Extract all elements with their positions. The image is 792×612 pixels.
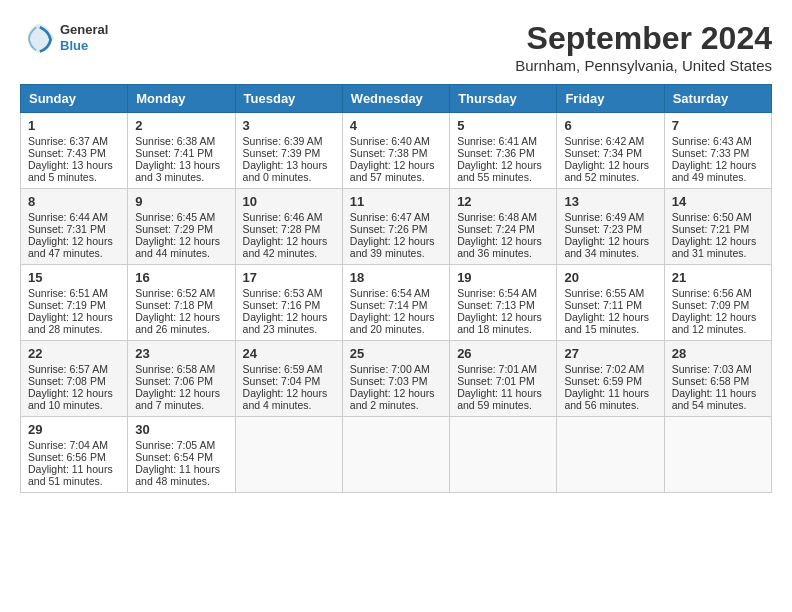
day-number: 1 xyxy=(28,118,120,133)
day-info-line: Sunrise: 6:52 AM xyxy=(135,287,227,299)
day-info-line: Daylight: 12 hours xyxy=(457,159,549,171)
day-info-line: Sunset: 7:06 PM xyxy=(135,375,227,387)
calendar-cell: 2Sunrise: 6:38 AMSunset: 7:41 PMDaylight… xyxy=(128,113,235,189)
day-info-line: and 12 minutes. xyxy=(672,323,764,335)
day-info-line: Daylight: 12 hours xyxy=(564,311,656,323)
day-info-line: and 4 minutes. xyxy=(243,399,335,411)
day-info-line: Sunset: 7:23 PM xyxy=(564,223,656,235)
day-info-line: Daylight: 11 hours xyxy=(564,387,656,399)
day-info-line: Sunrise: 7:01 AM xyxy=(457,363,549,375)
calendar-week-2: 8Sunrise: 6:44 AMSunset: 7:31 PMDaylight… xyxy=(21,189,772,265)
day-info-line: and 47 minutes. xyxy=(28,247,120,259)
day-number: 10 xyxy=(243,194,335,209)
day-info-line: and 23 minutes. xyxy=(243,323,335,335)
day-info-line: Daylight: 12 hours xyxy=(28,235,120,247)
logo-line2: Blue xyxy=(60,38,108,54)
day-info-line: Sunset: 7:18 PM xyxy=(135,299,227,311)
day-info-line: Sunrise: 6:53 AM xyxy=(243,287,335,299)
day-info-line: Sunrise: 6:57 AM xyxy=(28,363,120,375)
calendar-cell: 27Sunrise: 7:02 AMSunset: 6:59 PMDayligh… xyxy=(557,341,664,417)
day-info-line: Sunrise: 7:05 AM xyxy=(135,439,227,451)
calendar-week-5: 29Sunrise: 7:04 AMSunset: 6:56 PMDayligh… xyxy=(21,417,772,493)
day-number: 26 xyxy=(457,346,549,361)
calendar-week-1: 1Sunrise: 6:37 AMSunset: 7:43 PMDaylight… xyxy=(21,113,772,189)
day-info-line: Sunset: 7:33 PM xyxy=(672,147,764,159)
calendar-cell xyxy=(235,417,342,493)
day-info-line: Daylight: 12 hours xyxy=(243,235,335,247)
day-info-line: Sunrise: 6:37 AM xyxy=(28,135,120,147)
day-info-line: Sunset: 7:11 PM xyxy=(564,299,656,311)
calendar-cell xyxy=(557,417,664,493)
day-info-line: and 2 minutes. xyxy=(350,399,442,411)
day-info-line: Daylight: 12 hours xyxy=(457,235,549,247)
day-number: 8 xyxy=(28,194,120,209)
day-info-line: Sunrise: 6:44 AM xyxy=(28,211,120,223)
day-number: 15 xyxy=(28,270,120,285)
calendar-cell: 10Sunrise: 6:46 AMSunset: 7:28 PMDayligh… xyxy=(235,189,342,265)
day-info-line: and 57 minutes. xyxy=(350,171,442,183)
title-block: September 2024 Burnham, Pennsylvania, Un… xyxy=(515,20,772,74)
day-info-line: Daylight: 12 hours xyxy=(564,235,656,247)
day-info-line: Daylight: 12 hours xyxy=(135,311,227,323)
day-info-line: Sunrise: 6:48 AM xyxy=(457,211,549,223)
day-info-line: Sunset: 7:21 PM xyxy=(672,223,764,235)
calendar-cell: 17Sunrise: 6:53 AMSunset: 7:16 PMDayligh… xyxy=(235,265,342,341)
day-info-line: Sunset: 7:08 PM xyxy=(28,375,120,387)
day-info-line: Sunset: 7:09 PM xyxy=(672,299,764,311)
day-info-line: Sunset: 7:38 PM xyxy=(350,147,442,159)
day-info-line: Sunrise: 6:55 AM xyxy=(564,287,656,299)
logo-icon xyxy=(20,20,56,56)
day-info-line: and 52 minutes. xyxy=(564,171,656,183)
calendar-cell xyxy=(450,417,557,493)
day-number: 4 xyxy=(350,118,442,133)
day-info-line: and 10 minutes. xyxy=(28,399,120,411)
calendar-cell: 14Sunrise: 6:50 AMSunset: 7:21 PMDayligh… xyxy=(664,189,771,265)
day-info-line: Daylight: 12 hours xyxy=(350,235,442,247)
day-number: 9 xyxy=(135,194,227,209)
day-info-line: Sunset: 7:24 PM xyxy=(457,223,549,235)
weekday-header-wednesday: Wednesday xyxy=(342,85,449,113)
calendar-cell: 8Sunrise: 6:44 AMSunset: 7:31 PMDaylight… xyxy=(21,189,128,265)
day-info-line: Daylight: 11 hours xyxy=(672,387,764,399)
day-info-line: and 3 minutes. xyxy=(135,171,227,183)
calendar-cell: 30Sunrise: 7:05 AMSunset: 6:54 PMDayligh… xyxy=(128,417,235,493)
day-number: 24 xyxy=(243,346,335,361)
day-info-line: Sunset: 6:59 PM xyxy=(564,375,656,387)
day-info-line: Sunset: 7:01 PM xyxy=(457,375,549,387)
day-info-line: and 20 minutes. xyxy=(350,323,442,335)
day-info-line: Sunset: 7:29 PM xyxy=(135,223,227,235)
calendar-cell xyxy=(342,417,449,493)
day-info-line: Daylight: 12 hours xyxy=(243,311,335,323)
calendar-cell: 11Sunrise: 6:47 AMSunset: 7:26 PMDayligh… xyxy=(342,189,449,265)
day-number: 23 xyxy=(135,346,227,361)
logo-text: General Blue xyxy=(60,22,108,53)
day-info-line: Daylight: 13 hours xyxy=(135,159,227,171)
day-info-line: Daylight: 12 hours xyxy=(28,311,120,323)
day-info-line: Sunrise: 6:46 AM xyxy=(243,211,335,223)
day-number: 13 xyxy=(564,194,656,209)
day-info-line: Sunset: 7:14 PM xyxy=(350,299,442,311)
day-info-line: Sunrise: 6:45 AM xyxy=(135,211,227,223)
day-number: 25 xyxy=(350,346,442,361)
weekday-header-thursday: Thursday xyxy=(450,85,557,113)
day-number: 21 xyxy=(672,270,764,285)
calendar-cell: 13Sunrise: 6:49 AMSunset: 7:23 PMDayligh… xyxy=(557,189,664,265)
calendar-title: September 2024 xyxy=(515,20,772,57)
calendar-cell: 18Sunrise: 6:54 AMSunset: 7:14 PMDayligh… xyxy=(342,265,449,341)
day-info-line: and 31 minutes. xyxy=(672,247,764,259)
day-info-line: Sunrise: 6:59 AM xyxy=(243,363,335,375)
day-info-line: Sunset: 7:28 PM xyxy=(243,223,335,235)
day-number: 2 xyxy=(135,118,227,133)
day-info-line: Daylight: 12 hours xyxy=(672,311,764,323)
day-info-line: Sunset: 7:13 PM xyxy=(457,299,549,311)
day-info-line: Sunrise: 6:54 AM xyxy=(457,287,549,299)
calendar-cell: 12Sunrise: 6:48 AMSunset: 7:24 PMDayligh… xyxy=(450,189,557,265)
day-info-line: Sunset: 7:31 PM xyxy=(28,223,120,235)
day-info-line: Sunset: 6:58 PM xyxy=(672,375,764,387)
day-info-line: Sunrise: 6:51 AM xyxy=(28,287,120,299)
day-number: 20 xyxy=(564,270,656,285)
day-info-line: Sunrise: 6:42 AM xyxy=(564,135,656,147)
calendar-cell: 28Sunrise: 7:03 AMSunset: 6:58 PMDayligh… xyxy=(664,341,771,417)
day-number: 16 xyxy=(135,270,227,285)
calendar-table: SundayMondayTuesdayWednesdayThursdayFrid… xyxy=(20,84,772,493)
